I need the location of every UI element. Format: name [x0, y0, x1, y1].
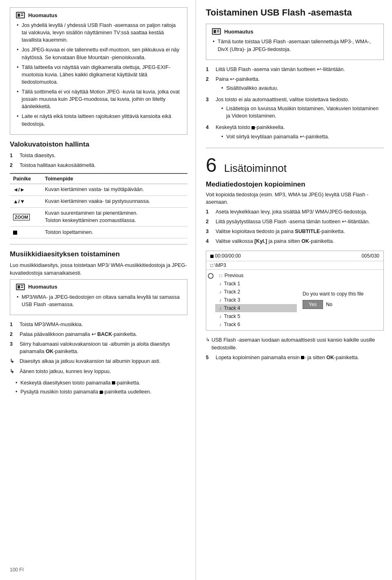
note-item: Jos yhdellä levyllä / yhdessä USB Flash …: [16, 22, 181, 44]
play-circle-icon: [208, 273, 214, 279]
chapter-title: Lisätoiminnot: [224, 162, 287, 175]
file-list: □ Previous ♪ Track 1 ♪ Track 2 ♪ Track 3: [215, 270, 297, 330]
step-item: 2 Liitä pysäytystilassa USB Flash -asema…: [206, 218, 384, 225]
step-item: 3 Valitse kopioitava tiedosto ja paina S…: [206, 228, 384, 235]
svg-rect-7: [21, 287, 23, 288]
section-title-music: Musiikkidiaesityksen toistaminen: [10, 250, 187, 258]
note-item: MP3/WMA- ja JPEG-tiedostojen on oltava s…: [16, 293, 181, 308]
table-action: Kuvan kiertäminen vasta- tai myötäpäivää…: [42, 184, 187, 196]
usb-steps: 1 Liitä USB Flash -asema vain tämän tuot…: [206, 66, 384, 142]
list-item-track3[interactable]: ♪ Track 3: [215, 296, 297, 304]
music-steps: 1 Toista MP3/WMA-musiikkia. 2 Palaa pääv…: [10, 321, 187, 375]
note-item: Laite ei näytä eikä toista laitteen rajo…: [16, 113, 181, 127]
music-icon: ♪: [219, 298, 222, 302]
svg-rect-10: [217, 30, 219, 31]
table-row: ▲/▼ Kuvan kiertäminen vaaka- tai pystysu…: [10, 196, 187, 208]
note-box-2: Huomautus MP3/WMA- ja JPEG-tiedostojen o…: [10, 279, 187, 315]
list-item-track5[interactable]: ♪ Track 5: [215, 312, 297, 320]
folder-icon: □: [219, 273, 222, 278]
note-item: Tällä soittimella ei voi näyttää Motion …: [16, 88, 181, 110]
table-btn: [10, 227, 42, 238]
file-browser-body: □ Previous ♪ Track 1 ♪ Track 2 ♪ Track 3: [206, 270, 383, 330]
step-item: 1 Toista MP3/WMA-musiikkia.: [10, 321, 187, 328]
note-list-2: MP3/WMA- ja JPEG-tiedostojen on oltava s…: [16, 293, 181, 308]
music-bullets: Keskeytä diaesityksen toisto painamalla …: [10, 379, 187, 396]
copy-prompt-text: Do you want to copy this file: [303, 291, 378, 297]
svg-rect-9: [214, 30, 216, 33]
after-copy-text: USB Flash -asemaan luodaan automaattises…: [206, 336, 384, 351]
step-item: ↳ Äänen toisto jatkuu, kunnes levy loppu…: [10, 368, 187, 375]
list-item-track4[interactable]: ♪ Track 4: [215, 304, 297, 312]
divider-right: [206, 148, 384, 148]
step-item: 2 Palaa päävalikkoon painamalla ↩ BACK-p…: [10, 331, 187, 338]
music-intro: Luo musiikkidiaesitys, jossa toistetaan …: [10, 262, 187, 276]
step-item: 4 Valitse valikossa [Kyl.] ja paina sitt…: [206, 238, 384, 245]
note-title-2: Huomautus: [28, 284, 58, 290]
step-item: 1 Toista diaesitys.: [10, 152, 187, 159]
step-item: 4 Keskeytä toisto -painikkeella. Voit si…: [206, 124, 384, 142]
note-box-1: Huomautus Jos yhdellä levyllä / yhdessä …: [10, 7, 187, 135]
step-item-5: 5 Lopeta kopioiminen painamalla ensin - …: [206, 354, 384, 361]
table-btn: ▲/▼: [10, 196, 42, 208]
note-item: Jos JPEG-kuvaa ei ole tallennettu exif-m…: [16, 46, 181, 61]
sub-bullet: Lisätietoja on luvuissa Musiikin toistam…: [220, 105, 384, 120]
note-icon-right: [212, 28, 221, 35]
note-header-1: Huomautus: [16, 12, 181, 18]
yes-button[interactable]: Yes: [303, 300, 323, 309]
item-label: Track 5: [224, 313, 241, 319]
note-header-right: Huomautus: [212, 28, 378, 35]
yes-no-buttons: Yes No: [303, 300, 378, 309]
table-row: ZOOM Kuvan suurentaminen tai pienentämin…: [10, 208, 187, 227]
list-item-previous[interactable]: □ Previous: [215, 271, 297, 280]
table-row: ◄/► Kuvan kiertäminen vasta- tai myötäpä…: [10, 184, 187, 196]
file-browser: 00:00/00:00 005/030 □ \MP3 □ Previous ♪: [206, 251, 384, 331]
stop-icon-browser: 00:00/00:00: [210, 253, 241, 259]
svg-rect-1: [18, 13, 20, 17]
list-item-track1[interactable]: ♪ Track 1: [215, 280, 297, 288]
step-item: 3 Jos toisto ei ala automaattisesti, val…: [206, 96, 384, 121]
no-button[interactable]: No: [326, 302, 332, 307]
table-col-button: Painike: [10, 173, 42, 184]
step-item: 1 Aseta levykelkkaan levy, joka sisältää…: [206, 208, 384, 216]
svg-rect-11: [217, 31, 219, 32]
action-table: Painike Toimenpide ◄/► Kuvan kiertäminen…: [10, 173, 187, 239]
main-title: Toistaminen USB Flash -asemasta: [206, 7, 384, 18]
list-item-track2[interactable]: ♪ Track 2: [215, 288, 297, 296]
bullet-item: Keskeytä diaesityksen toisto painamalla …: [15, 379, 187, 387]
note-title-right: Huomautus: [224, 29, 254, 35]
chapter-num: 6: [206, 154, 217, 176]
page-number: 100 FI: [10, 567, 24, 573]
copy-steps: 1 Aseta levykelkkaan levy, joka sisältää…: [206, 208, 384, 245]
file-count: 005/030: [362, 253, 379, 259]
copy-section-title: Mediatiedostojen kopioiminen: [206, 180, 384, 189]
item-label: Previous: [225, 273, 244, 278]
note-header-2: Huomautus: [16, 284, 181, 290]
music-icon: ♪: [219, 306, 222, 311]
step-item: ↳ Diaesitys alkaa ja jatkuu kuvakansion …: [10, 358, 187, 365]
note-title-1: Huomautus: [28, 12, 58, 18]
list-item-track6[interactable]: ♪ Track 6: [215, 320, 297, 329]
photo-steps: 1 Toista diaesitys. 2 Toistoa hallitaan …: [10, 152, 187, 169]
step-item: 1 Liitä USB Flash -asema vain tämän tuot…: [206, 66, 384, 73]
table-row: Toiston lopettaminen.: [10, 227, 187, 238]
svg-rect-5: [18, 285, 20, 289]
step-item: 3 Siirry haluamaasi valokuvakansioon tai…: [10, 340, 187, 355]
note-item: Tämä tuote toistaa USB Flash -asemaan ta…: [212, 38, 378, 53]
divider: [10, 244, 187, 244]
note-icon-1: [16, 12, 25, 18]
sub-bullet: Sisältövalikko avautuu.: [220, 84, 384, 92]
note-list-1: Jos yhdellä levyllä / yhdessä USB Flash …: [16, 22, 181, 128]
item-label: Track 4: [224, 305, 241, 311]
item-label: Track 6: [224, 322, 241, 327]
note-item: Tällä laitteella voi näyttää vain digika…: [16, 64, 181, 86]
table-col-action: Toimenpide: [42, 173, 187, 184]
section-title-photo: Valokuvatoiston hallinta: [10, 140, 187, 149]
item-label: Track 2: [224, 289, 241, 295]
music-icon: ♪: [219, 314, 222, 319]
file-browser-header: 00:00/00:00 005/030: [206, 251, 383, 261]
music-icon: ♪: [219, 289, 222, 294]
copy-prompt-box: Do you want to copy this file Yes No: [297, 270, 383, 330]
svg-rect-3: [21, 15, 23, 16]
file-browser-folder: □ \MP3: [206, 261, 383, 270]
music-icon: ♪: [219, 281, 222, 286]
